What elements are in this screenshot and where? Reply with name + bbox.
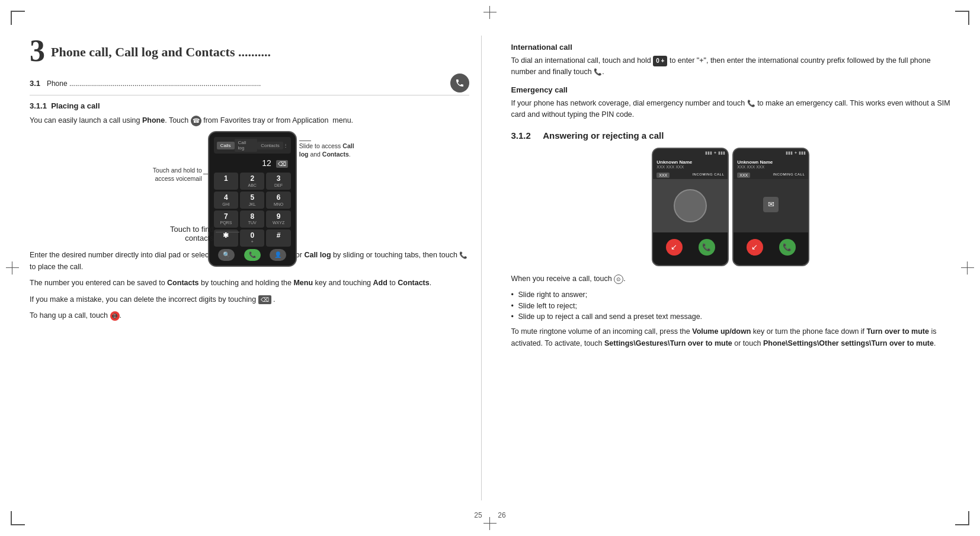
crosshair-right [961,261,974,275]
ps1-caller-number: XXX XXX XXX [656,165,724,169]
save-number-para: The number you entered can be saved to C… [30,277,469,289]
subsection-312-label: 3.1.2 [511,130,531,141]
crosshair-left [6,261,19,275]
chapter-heading: 3 Phone call, Call log and Contacts ....… [30,36,469,66]
dp-key-7[interactable]: 7PQRS [214,210,238,228]
ps1-caller-info: Unknown Name XXX XXX XXX [653,157,728,171]
dp-backspace-icon: ⌫ [276,160,288,168]
ps2-caller-number: XXX XXX XXX [737,165,805,169]
corner-mark-tl [11,11,25,25]
ps1-action-area: ↙ 📞 [653,232,728,262]
subsection-312: 3.1.2 Answering or rejecting a call ▮▮▮ … [511,130,951,349]
ps1-signal: ▮▮▮ ✦ ▮▮▮ [705,151,725,155]
ps2-xxx-label: XXX [737,173,750,178]
receive-call-para: When you receive a call, touch ⊙. [511,273,951,285]
circle-icon: ⊙ [614,275,623,284]
ps2-status-bar: ▮▮▮ ✦ ▮▮▮ [734,149,808,157]
section-31-number: 3.1 [30,79,40,88]
incoming-screen-2: ▮▮▮ ✦ ▮▮▮ Unknown Name XXX XXX XXX XXX I… [732,148,809,266]
chapter-number: 3 [30,36,45,66]
annotation-calllog: Slide to access Call log and Contacts. [299,141,356,158]
page-number-right: 26 [498,511,505,519]
dp-number-display: 12 ⌫ [214,156,291,170]
ps1-status-bar: ▮▮▮ ✦ ▮▮▮ [653,149,728,157]
dp-keypad-grid: 1 2ABC 3DEF 4GHI 5JKL 6MNO 7PQRS 8TUV 9W… [214,173,291,246]
corner-mark-bl [11,511,25,525]
subsection-311-title: Placing a call [51,101,100,110]
placing-call-intro: You can easily launch a call using Phone… [30,115,469,126]
subsection-312-heading: Answering or rejecting a call [543,130,664,141]
chapter-title: Phone call, Call log and Contacts ......… [51,36,271,61]
intl-call-heading: International call [511,43,951,52]
dialpad-illustration: Touch and hold to access voicemail Calls… [137,131,362,250]
dp-key-8[interactable]: 8TUV [240,210,264,228]
dp-tabs: Calls Call log Contacts ⋮ [214,137,291,154]
ps1-caller-name: Unknown Name [656,159,724,165]
hang-up-para: To hang up a call, touch 📵. [30,310,469,321]
ps2-avatar-area: ✉ [734,179,808,232]
dp-key-5[interactable]: 5JKL [240,192,264,209]
slide-instructions: Slide right to answer; Slide left to rej… [511,289,951,323]
ps2-action-area: ↙ 📞 [734,232,808,262]
annotation-voicemail: Touch and hold to access voicemail [137,167,202,183]
ps1-answer-btn[interactable]: 📞 [699,239,715,256]
annotation-contacts: Touch to find contacts [155,225,214,243]
section-31-header: 3.1 Phone ..............................… [30,74,469,95]
delete-digits-para: If you make a mistake, you can delete th… [30,294,469,305]
dp-key-2[interactable]: 2ABC [240,173,264,190]
ps2-answer-btn[interactable]: 📞 [779,239,796,256]
corner-mark-tr [955,11,969,25]
dp-tab-calls: Calls [217,142,235,149]
intl-call-para: To dial an international call, touch and… [511,55,951,78]
dp-contact-button[interactable]: 👤 [270,249,286,261]
right-column: International call To dial an internatio… [505,36,951,500]
dp-key-hash[interactable]: # [266,229,290,247]
ps2-label-row: XXX INCOMING CALL [734,171,808,179]
left-column: 3 Phone call, Call log and Contacts ....… [30,36,482,500]
subsection-311-heading: 3.1.1 Placing a call [30,101,469,110]
phone-app-icon [450,74,469,92]
bullet-slide-up: Slide up to reject a call and send a pre… [511,311,951,323]
bullet-slide-left: Slide left to reject; [511,301,951,312]
crosshair-bottom [483,517,497,530]
ps2-message-icon: ✉ [763,197,779,212]
subsection-312-title: 3.1.2 Answering or rejecting a call [511,130,951,141]
crosshair-top [483,6,497,19]
dp-key-0[interactable]: 0+ [240,229,264,247]
ps2-reject-btn[interactable]: ↙ [747,239,763,256]
ps1-avatar-area [653,179,728,232]
annotation-calllog-text: Slide to access Call log and Contacts. [299,142,356,158]
ps1-incoming-call-label: INCOMING CALL [692,173,724,178]
dp-key-9[interactable]: 9WXYZ [266,210,290,228]
bullet-slide-right: Slide right to answer; [511,289,951,301]
ps1-label-row: XXX INCOMING CALL [653,171,728,179]
corner-mark-br [955,511,969,525]
emergency-call-heading: Emergency call [511,85,951,94]
dp-call-button[interactable]: 📞 [244,249,261,261]
dp-search-button[interactable]: 🔍 [218,249,235,261]
dp-overflow-icon: ⋮ [283,143,288,148]
mute-ringtone-para: To mute ringtone volume of an incoming c… [511,326,951,349]
ps1-reject-btn[interactable]: ↙ [666,239,683,256]
dp-key-1[interactable]: 1 [214,173,238,190]
incoming-screen-1: ▮▮▮ ✦ ▮▮▮ Unknown Name XXX XXX XXX XXX I… [652,148,729,266]
ps1-avatar [674,189,707,222]
ps2-caller-name: Unknown Name [737,159,805,165]
dp-bottom-row: 🔍 📞 👤 [214,249,291,261]
section-31-label: 3.1 Phone ..............................… [30,79,446,88]
page-container: 3 Phone call, Call log and Contacts ....… [30,36,950,500]
emergency-call-para: If your phone has network coverage, dial… [511,98,951,121]
ps2-incoming-call-label: INCOMING CALL [773,173,805,178]
dp-key-6[interactable]: 6MNO [266,192,290,209]
subsection-311-label: 3.1.1 [30,101,47,110]
dp-key-3[interactable]: 3DEF [266,173,290,190]
ps2-caller-info: Unknown Name XXX XXX XXX [734,157,808,171]
annotation-line-contacts [216,232,239,232]
dp-key-4[interactable]: 4GHI [214,192,238,209]
dialpad-phone: Calls Call log Contacts ⋮ 12 ⌫ 1 2ABC 3D… [208,131,297,266]
zero-key: 0 + [653,56,667,66]
page-number-left: 25 [474,511,482,519]
dp-tab-contacts: Contacts [257,142,283,149]
section-31-title: Phone ..................................… [47,79,261,88]
ps2-signal: ▮▮▮ ✦ ▮▮▮ [786,151,806,155]
